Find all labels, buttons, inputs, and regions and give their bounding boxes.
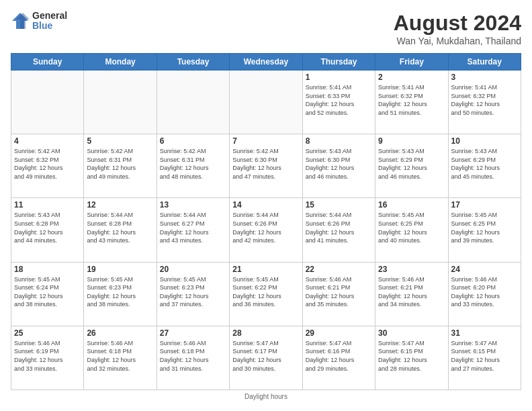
calendar-cell: 22Sunrise: 5:46 AM Sunset: 6:21 PM Dayli… bbox=[302, 262, 375, 326]
calendar-cell bbox=[157, 71, 229, 134]
subtitle: Wan Yai, Mukdahan, Thailand bbox=[394, 36, 521, 46]
day-number: 15 bbox=[306, 200, 372, 210]
day-info: Sunrise: 5:47 AM Sunset: 6:15 PM Dayligh… bbox=[378, 339, 445, 373]
calendar-cell: 29Sunrise: 5:47 AM Sunset: 6:16 PM Dayli… bbox=[302, 326, 375, 390]
day-number: 22 bbox=[306, 265, 372, 274]
calendar-cell: 21Sunrise: 5:45 AM Sunset: 6:22 PM Dayli… bbox=[230, 262, 302, 326]
day-info: Sunrise: 5:43 AM Sunset: 6:30 PM Dayligh… bbox=[306, 147, 372, 181]
logo-icon bbox=[11, 11, 30, 30]
day-info: Sunrise: 5:43 AM Sunset: 6:29 PM Dayligh… bbox=[451, 147, 518, 181]
col-wednesday: Wednesday bbox=[230, 54, 302, 71]
calendar-week-5: 25Sunrise: 5:46 AM Sunset: 6:19 PM Dayli… bbox=[11, 326, 521, 390]
calendar-cell: 14Sunrise: 5:44 AM Sunset: 6:26 PM Dayli… bbox=[230, 198, 302, 262]
calendar-cell: 24Sunrise: 5:46 AM Sunset: 6:20 PM Dayli… bbox=[448, 262, 521, 326]
calendar-cell: 9Sunrise: 5:43 AM Sunset: 6:29 PM Daylig… bbox=[375, 134, 448, 198]
main-title: August 2024 bbox=[394, 11, 521, 36]
day-number: 25 bbox=[14, 328, 81, 338]
logo-general: General bbox=[32, 11, 67, 21]
day-number: 6 bbox=[160, 136, 226, 146]
day-number: 3 bbox=[451, 73, 518, 82]
day-number: 2 bbox=[378, 73, 445, 82]
day-info: Sunrise: 5:41 AM Sunset: 6:32 PM Dayligh… bbox=[378, 83, 445, 117]
day-info: Sunrise: 5:46 AM Sunset: 6:18 PM Dayligh… bbox=[160, 339, 226, 373]
calendar-cell: 7Sunrise: 5:42 AM Sunset: 6:30 PM Daylig… bbox=[230, 134, 302, 198]
day-info: Sunrise: 5:45 AM Sunset: 6:23 PM Dayligh… bbox=[87, 275, 153, 309]
day-number: 20 bbox=[160, 265, 226, 274]
calendar-cell: 4Sunrise: 5:42 AM Sunset: 6:32 PM Daylig… bbox=[11, 134, 84, 198]
day-number: 16 bbox=[378, 200, 445, 210]
day-info: Sunrise: 5:42 AM Sunset: 6:32 PM Dayligh… bbox=[14, 147, 81, 181]
calendar-week-2: 4Sunrise: 5:42 AM Sunset: 6:32 PM Daylig… bbox=[11, 134, 521, 198]
calendar-cell: 26Sunrise: 5:46 AM Sunset: 6:18 PM Dayli… bbox=[84, 326, 157, 390]
header-row: Sunday Monday Tuesday Wednesday Thursday… bbox=[11, 54, 521, 71]
day-info: Sunrise: 5:43 AM Sunset: 6:29 PM Dayligh… bbox=[378, 147, 445, 181]
calendar-cell: 17Sunrise: 5:45 AM Sunset: 6:25 PM Dayli… bbox=[448, 198, 521, 262]
day-info: Sunrise: 5:42 AM Sunset: 6:31 PM Dayligh… bbox=[87, 147, 153, 181]
calendar-week-3: 11Sunrise: 5:43 AM Sunset: 6:28 PM Dayli… bbox=[11, 198, 521, 262]
calendar-cell: 16Sunrise: 5:45 AM Sunset: 6:25 PM Dayli… bbox=[375, 198, 448, 262]
calendar-cell: 18Sunrise: 5:45 AM Sunset: 6:24 PM Dayli… bbox=[11, 262, 84, 326]
day-info: Sunrise: 5:45 AM Sunset: 6:24 PM Dayligh… bbox=[14, 275, 81, 309]
calendar-cell: 5Sunrise: 5:42 AM Sunset: 6:31 PM Daylig… bbox=[84, 134, 157, 198]
col-thursday: Thursday bbox=[302, 54, 375, 71]
day-info: Sunrise: 5:43 AM Sunset: 6:28 PM Dayligh… bbox=[14, 211, 81, 244]
day-info: Sunrise: 5:41 AM Sunset: 6:32 PM Dayligh… bbox=[451, 83, 518, 117]
day-number: 27 bbox=[160, 328, 226, 338]
day-number: 28 bbox=[232, 328, 299, 338]
day-info: Sunrise: 5:45 AM Sunset: 6:22 PM Dayligh… bbox=[232, 275, 299, 309]
day-info: Sunrise: 5:46 AM Sunset: 6:19 PM Dayligh… bbox=[14, 339, 81, 373]
col-tuesday: Tuesday bbox=[157, 54, 229, 71]
day-info: Sunrise: 5:45 AM Sunset: 6:25 PM Dayligh… bbox=[451, 211, 518, 244]
page: General Blue August 2024 Wan Yai, Mukdah… bbox=[0, 0, 532, 411]
calendar-cell: 25Sunrise: 5:46 AM Sunset: 6:19 PM Dayli… bbox=[11, 326, 84, 390]
calendar-cell: 30Sunrise: 5:47 AM Sunset: 6:15 PM Dayli… bbox=[375, 326, 448, 390]
day-info: Sunrise: 5:41 AM Sunset: 6:33 PM Dayligh… bbox=[306, 83, 372, 117]
day-info: Sunrise: 5:44 AM Sunset: 6:28 PM Dayligh… bbox=[87, 211, 153, 244]
day-number: 30 bbox=[378, 328, 445, 338]
calendar-cell bbox=[11, 71, 84, 134]
day-info: Sunrise: 5:45 AM Sunset: 6:23 PM Dayligh… bbox=[160, 275, 226, 309]
day-number: 31 bbox=[451, 328, 518, 338]
day-number: 18 bbox=[14, 265, 81, 274]
calendar-cell: 11Sunrise: 5:43 AM Sunset: 6:28 PM Dayli… bbox=[11, 198, 84, 262]
day-info: Sunrise: 5:46 AM Sunset: 6:21 PM Dayligh… bbox=[378, 275, 445, 309]
day-number: 5 bbox=[87, 136, 153, 146]
calendar-week-1: 1Sunrise: 5:41 AM Sunset: 6:33 PM Daylig… bbox=[11, 71, 521, 134]
day-number: 4 bbox=[14, 136, 81, 146]
calendar-cell: 12Sunrise: 5:44 AM Sunset: 6:28 PM Dayli… bbox=[84, 198, 157, 262]
day-info: Sunrise: 5:46 AM Sunset: 6:20 PM Dayligh… bbox=[451, 275, 518, 309]
day-number: 9 bbox=[378, 136, 445, 146]
day-info: Sunrise: 5:47 AM Sunset: 6:16 PM Dayligh… bbox=[306, 339, 372, 373]
col-friday: Friday bbox=[375, 54, 448, 71]
footer-note: Daylight hours bbox=[11, 393, 521, 400]
calendar-cell: 27Sunrise: 5:46 AM Sunset: 6:18 PM Dayli… bbox=[157, 326, 229, 390]
day-info: Sunrise: 5:44 AM Sunset: 6:27 PM Dayligh… bbox=[160, 211, 226, 244]
day-number: 29 bbox=[306, 328, 372, 338]
calendar-cell: 15Sunrise: 5:44 AM Sunset: 6:26 PM Dayli… bbox=[302, 198, 375, 262]
col-saturday: Saturday bbox=[448, 54, 521, 71]
col-sunday: Sunday bbox=[11, 54, 84, 71]
day-number: 8 bbox=[306, 136, 372, 146]
day-number: 1 bbox=[306, 73, 372, 82]
calendar-cell: 8Sunrise: 5:43 AM Sunset: 6:30 PM Daylig… bbox=[302, 134, 375, 198]
calendar-header: Sunday Monday Tuesday Wednesday Thursday… bbox=[11, 54, 521, 71]
calendar-cell: 28Sunrise: 5:47 AM Sunset: 6:17 PM Dayli… bbox=[230, 326, 302, 390]
header: General Blue August 2024 Wan Yai, Mukdah… bbox=[11, 11, 521, 46]
calendar-cell: 2Sunrise: 5:41 AM Sunset: 6:32 PM Daylig… bbox=[375, 71, 448, 134]
calendar-cell: 23Sunrise: 5:46 AM Sunset: 6:21 PM Dayli… bbox=[375, 262, 448, 326]
day-info: Sunrise: 5:46 AM Sunset: 6:18 PM Dayligh… bbox=[87, 339, 153, 373]
calendar-cell: 1Sunrise: 5:41 AM Sunset: 6:33 PM Daylig… bbox=[302, 71, 375, 134]
day-number: 13 bbox=[160, 200, 226, 210]
calendar-week-4: 18Sunrise: 5:45 AM Sunset: 6:24 PM Dayli… bbox=[11, 262, 521, 326]
day-number: 11 bbox=[14, 200, 81, 210]
day-info: Sunrise: 5:44 AM Sunset: 6:26 PM Dayligh… bbox=[306, 211, 372, 244]
day-number: 14 bbox=[232, 200, 299, 210]
calendar-cell: 10Sunrise: 5:43 AM Sunset: 6:29 PM Dayli… bbox=[448, 134, 521, 198]
day-info: Sunrise: 5:47 AM Sunset: 6:15 PM Dayligh… bbox=[451, 339, 518, 373]
day-number: 7 bbox=[232, 136, 299, 146]
logo: General Blue bbox=[11, 11, 67, 32]
day-number: 19 bbox=[87, 265, 153, 274]
day-number: 23 bbox=[378, 265, 445, 274]
day-number: 17 bbox=[451, 200, 518, 210]
calendar-table: Sunday Monday Tuesday Wednesday Thursday… bbox=[11, 53, 521, 390]
